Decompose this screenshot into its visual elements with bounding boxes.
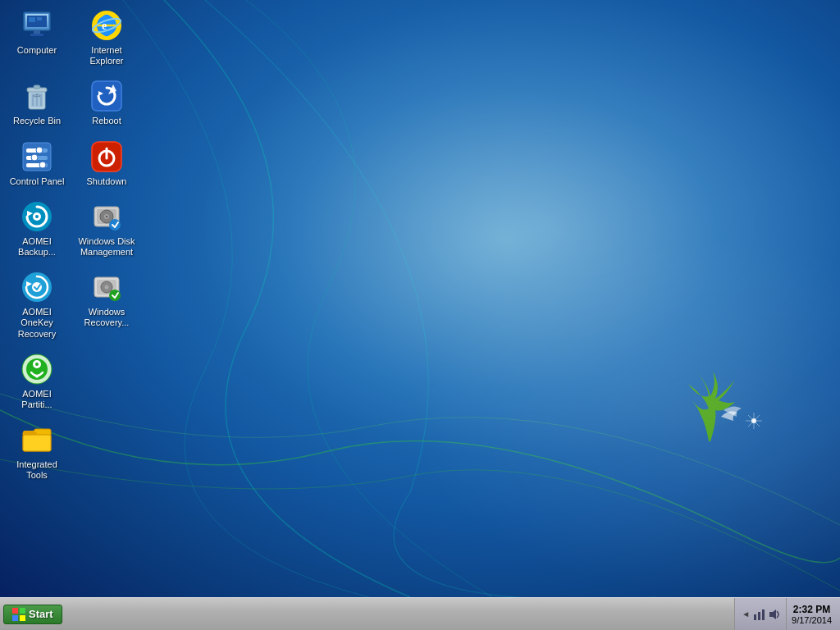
shutdown-label: Shutdown: [87, 176, 127, 187]
win-recovery-label: Windows Recovery...: [77, 307, 136, 328]
integrated-tools-label: Integrated Tools: [7, 459, 66, 481]
aomei-backup-icon[interactable]: AOMEI Backup...: [4, 195, 70, 262]
shutdown-icon[interactable]: Shutdown: [74, 135, 139, 192]
svg-rect-63: [23, 435, 51, 451]
svg-rect-70: [762, 609, 765, 620]
svg-point-57: [105, 285, 109, 290]
network-tray-icon: [753, 608, 766, 621]
clock-time: 2:32 PM: [793, 604, 830, 615]
control-panel-icon[interactable]: Control Panel: [4, 135, 70, 192]
desktop-icons: Computer e Internet Explorer: [4, 4, 144, 489]
svg-rect-22: [34, 85, 40, 89]
svg-point-34: [31, 154, 38, 161]
svg-rect-10: [37, 17, 42, 21]
start-button[interactable]: Start: [3, 605, 62, 624]
svg-point-62: [35, 363, 39, 366]
svg-point-37: [39, 162, 46, 168]
tray-expand[interactable]: ◄: [740, 608, 751, 620]
svg-marker-71: [769, 609, 776, 619]
svg-rect-67: [20, 615, 25, 621]
computer-label: Computer: [17, 45, 57, 56]
svg-point-31: [36, 147, 43, 153]
windows-recovery-icon[interactable]: Windows Recovery...: [74, 266, 139, 345]
reboot-label: Reboot: [92, 116, 121, 126]
aomei-backup-label: AOMEI Backup...: [7, 236, 66, 258]
integrated-tools-icon[interactable]: Integrated Tools: [4, 418, 70, 486]
svg-point-44: [35, 215, 39, 218]
svg-rect-69: [758, 612, 760, 620]
onekey-label: AOMEI OneKey Recovery: [7, 307, 66, 340]
system-tray: ◄: [734, 598, 786, 630]
svg-rect-11: [34, 30, 40, 34]
taskbar: Start ◄ 2:32 PM 9/17/2014: [0, 597, 840, 630]
clock-area[interactable]: 2:32 PM 9/17/2014: [786, 598, 837, 630]
svg-rect-65: [20, 608, 25, 614]
desktop: Computer e Internet Explorer: [0, 0, 840, 597]
svg-rect-64: [12, 608, 18, 614]
aomei-partition-icon[interactable]: AOMEI Partiti...: [4, 348, 70, 415]
clock-date: 9/17/2014: [792, 615, 832, 625]
recycle-label: Recycle Bin: [13, 116, 61, 126]
onekey-recovery-icon[interactable]: AOMEI OneKey Recovery: [4, 266, 70, 345]
svg-rect-68: [754, 614, 756, 620]
control-panel-label: Control Panel: [10, 176, 65, 187]
svg-point-50: [109, 219, 121, 231]
volume-tray-icon: [768, 608, 781, 621]
svg-point-53: [32, 282, 42, 292]
svg-rect-26: [92, 81, 121, 111]
svg-rect-66: [12, 615, 18, 621]
disk-mgmt-label: Windows Disk Management: [77, 236, 136, 258]
svg-rect-12: [30, 34, 43, 36]
svg-point-58: [109, 290, 121, 301]
disk-management-icon[interactable]: Windows Disk Management: [74, 195, 139, 262]
svg-point-49: [106, 216, 107, 217]
sparkle: [742, 409, 766, 433]
recycle-bin-icon[interactable]: Recycle Bin: [4, 75, 70, 131]
reboot-icon[interactable]: Reboot: [74, 75, 139, 131]
plant-decoration: [676, 368, 742, 450]
taskbar-right: ◄ 2:32 PM 9/17/2014: [734, 598, 840, 630]
internet-explorer-icon[interactable]: e Internet Explorer: [74, 4, 139, 71]
aomei-parti-label: AOMEI Partiti...: [7, 389, 66, 410]
windows-logo: [12, 608, 25, 621]
computer-icon[interactable]: Computer: [4, 4, 70, 71]
svg-rect-9: [29, 17, 35, 22]
start-label: Start: [29, 608, 53, 620]
ie-label: Internet Explorer: [77, 45, 136, 66]
